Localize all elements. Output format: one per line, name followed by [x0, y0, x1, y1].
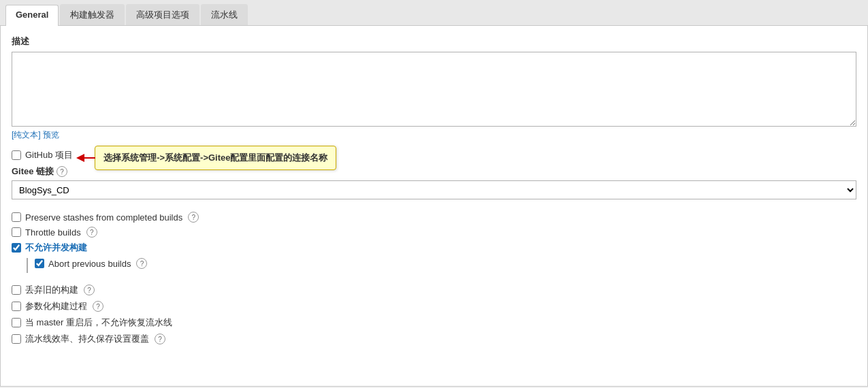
preserve-stashes-help[interactable]: ?: [188, 212, 199, 223]
gitee-select[interactable]: BlogSys_CD: [12, 180, 856, 199]
pipeline-speed-checkbox[interactable]: [12, 334, 21, 344]
separator: [12, 277, 856, 284]
throttle-builds-checkbox[interactable]: [12, 227, 21, 237]
no-recover-row: 当 master 重启后，不允许恢复流水线: [12, 317, 856, 329]
github-project-checkbox[interactable]: [12, 150, 21, 160]
no-concurrent-checkbox[interactable]: [12, 243, 21, 253]
tab-general[interactable]: General: [5, 5, 59, 26]
preserve-stashes-row: Preserve stashes from completed builds ?: [12, 212, 856, 223]
gitee-link-row: Gitee 链接 ?: [12, 165, 856, 178]
no-recover-label: 当 master 重启后，不允许恢复流水线: [25, 317, 172, 329]
pipeline-speed-help[interactable]: ?: [155, 334, 165, 344]
abort-previous-help[interactable]: ?: [136, 258, 147, 269]
tabs-bar: General 构建触发器 高级项目选项 流水线: [0, 0, 868, 26]
tab-advanced[interactable]: 高级项目选项: [126, 4, 199, 25]
abort-previous-row: Abort previous builds ?: [35, 258, 856, 269]
github-project-label[interactable]: GitHub 项目: [25, 149, 73, 161]
gitee-link-tooltip: 选择系统管理->系统配置->Gitee配置里面配置的连接名称: [95, 146, 336, 170]
indent-bar: [27, 258, 28, 273]
no-concurrent-row: 不允许并发构建: [12, 242, 856, 254]
pipeline-speed-label: 流水线效率、持久保存设置覆盖 ?: [25, 333, 165, 345]
throttle-builds-label: Throttle builds ?: [25, 227, 97, 238]
options-section: Preserve stashes from completed builds ?…: [12, 212, 856, 345]
preserve-stashes-checkbox[interactable]: [12, 212, 21, 222]
no-recover-checkbox[interactable]: [12, 318, 21, 327]
page-wrapper: General 构建触发器 高级项目选项 流水线 描述 [纯文本] 预览 Git…: [0, 0, 868, 388]
plain-text-preview[interactable]: [纯文本] 预览: [12, 129, 856, 141]
gitee-link-help-icon[interactable]: ?: [57, 166, 67, 177]
parameterize-label: 参数化构建过程 ?: [25, 300, 103, 312]
pipeline-speed-row: 流水线效率、持久保存设置覆盖 ?: [12, 333, 856, 345]
parameterize-checkbox[interactable]: [12, 302, 21, 311]
parameterize-help[interactable]: ?: [93, 301, 103, 312]
discard-old-help[interactable]: ?: [84, 285, 95, 295]
description-label: 描述: [12, 35, 856, 48]
preserve-stashes-label: Preserve stashes from completed builds ?: [25, 212, 199, 223]
discard-old-label: 丢弃旧的构建 ?: [25, 284, 95, 296]
throttle-builds-help[interactable]: ?: [86, 227, 97, 238]
no-concurrent-label: 不允许并发构建: [25, 242, 87, 254]
indented-content: Abort previous builds ?: [35, 258, 856, 273]
tab-triggers[interactable]: 构建触发器: [60, 4, 125, 25]
discard-old-checkbox[interactable]: [12, 285, 21, 295]
throttle-builds-row: Throttle builds ?: [12, 227, 856, 238]
tab-pipeline[interactable]: 流水线: [201, 4, 248, 25]
abort-previous-label: Abort previous builds ?: [48, 258, 147, 269]
discard-old-row: 丢弃旧的构建 ?: [12, 284, 856, 296]
abort-previous-checkbox[interactable]: [35, 259, 44, 268]
gitee-link-label: Gitee 链接: [12, 165, 54, 178]
parameterize-row: 参数化构建过程 ?: [12, 300, 856, 312]
tooltip-text: 选择系统管理->系统配置->Gitee配置里面配置的连接名称: [103, 152, 327, 163]
tooltip-arrow: [76, 152, 97, 164]
gitee-link-help-container: ? 选择系统管理->系统配置-: [54, 166, 67, 178]
description-textarea[interactable]: [12, 52, 856, 127]
content-area: 描述 [纯文本] 预览 GitHub 项目 Gitee 链接 ?: [0, 26, 868, 387]
